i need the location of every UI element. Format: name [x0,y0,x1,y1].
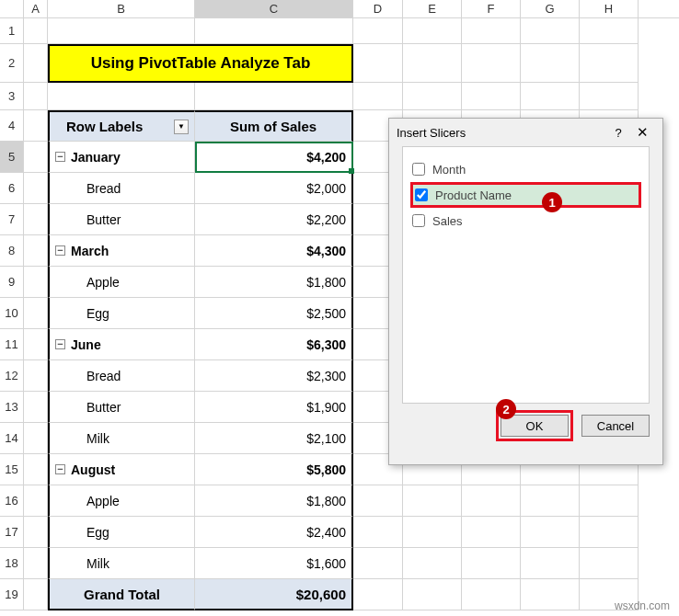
field-checkbox[interactable] [415,188,428,201]
pivot-item[interactable]: Bread [48,173,195,204]
collapse-icon[interactable]: − [55,464,65,474]
pivot-group-total[interactable]: $5,800 [195,454,353,485]
cell[interactable] [24,267,48,298]
pivot-group[interactable]: − January [48,142,195,173]
col-header-h[interactable]: H [580,0,639,17]
pivot-group-total[interactable]: $4,200 [195,142,353,173]
cell[interactable] [521,485,580,517]
pivot-group[interactable]: − August [48,454,195,485]
cell[interactable] [353,517,403,548]
pivot-item-value[interactable]: $2,200 [195,204,353,235]
field-checkbox[interactable] [412,163,425,176]
cell[interactable] [24,454,48,485]
cell[interactable] [24,18,48,44]
pivot-grandtotal-label[interactable]: Grand Total [48,579,195,610]
help-icon[interactable]: ? [607,126,629,140]
cell[interactable] [24,423,48,454]
row-header-13[interactable]: 13 [0,392,24,423]
pivot-item-value[interactable]: $1,600 [195,548,353,579]
cell[interactable] [521,517,580,548]
row-header-7[interactable]: 7 [0,204,24,235]
cell[interactable] [462,83,521,110]
cell[interactable] [24,392,48,423]
col-header-e[interactable]: E [403,0,462,17]
cell[interactable] [48,83,195,110]
cell[interactable] [462,485,521,517]
field-checkbox[interactable] [412,214,425,227]
row-header-15[interactable]: 15 [0,454,24,485]
row-header-12[interactable]: 12 [0,360,24,392]
cell[interactable] [24,548,48,579]
cell[interactable] [24,110,48,142]
pivot-header-rowlabels[interactable]: Row Labels ▼ [48,110,195,142]
cell[interactable] [462,548,521,579]
cell[interactable] [195,83,353,110]
cell[interactable] [521,44,580,83]
pivot-item-value[interactable]: $2,300 [195,360,353,392]
pivot-item[interactable]: Milk [48,423,195,454]
cell[interactable] [403,83,462,110]
cell[interactable] [521,18,580,44]
pivot-item[interactable]: Apple [48,485,195,517]
dialog-titlebar[interactable]: Insert Slicers ? ✕ [389,119,662,146]
col-header-a[interactable]: A [24,0,48,17]
col-header-b[interactable]: B [48,0,195,17]
col-header-g[interactable]: G [521,0,580,17]
cell[interactable] [580,485,639,517]
cell[interactable] [24,142,48,173]
cell[interactable] [403,485,462,517]
row-header-4[interactable]: 4 [0,110,24,142]
pivot-item-value[interactable]: $2,500 [195,298,353,329]
cell[interactable] [24,173,48,204]
cell[interactable] [521,83,580,110]
cell[interactable] [24,204,48,235]
field-item-product-name[interactable]: Product Name [410,182,641,208]
row-header-18[interactable]: 18 [0,548,24,579]
row-header-10[interactable]: 10 [0,298,24,329]
select-all-corner[interactable] [0,0,24,17]
col-header-f[interactable]: F [462,0,521,17]
cell[interactable] [24,517,48,548]
cell[interactable] [580,83,639,110]
cell[interactable] [403,18,462,44]
pivot-group[interactable]: − June [48,329,195,360]
pivot-item[interactable]: Apple [48,267,195,298]
pivot-group-total[interactable]: $6,300 [195,329,353,360]
pivot-grandtotal-value[interactable]: $20,600 [195,579,353,610]
row-header-11[interactable]: 11 [0,329,24,360]
cell[interactable] [353,44,403,83]
cell[interactable] [403,579,462,610]
collapse-icon[interactable]: − [55,339,65,349]
cell[interactable] [48,18,195,44]
pivot-item[interactable]: Milk [48,548,195,579]
pivot-group[interactable]: − March [48,235,195,267]
collapse-icon[interactable]: − [55,245,65,256]
pivot-group-total[interactable]: $4,300 [195,235,353,267]
cell[interactable] [353,579,403,610]
row-header-14[interactable]: 14 [0,423,24,454]
cell[interactable] [403,517,462,548]
cancel-button[interactable]: Cancel [581,415,650,437]
cell[interactable] [24,44,48,83]
pivot-item-value[interactable]: $1,800 [195,485,353,517]
cell[interactable] [462,517,521,548]
cell[interactable] [580,517,639,548]
cell[interactable] [580,44,639,83]
cell[interactable] [521,548,580,579]
pivot-item-value[interactable]: $1,800 [195,267,353,298]
cell[interactable] [24,485,48,517]
cell[interactable] [24,83,48,110]
row-header-9[interactable]: 9 [0,267,24,298]
row-header-5[interactable]: 5 [0,142,24,173]
pivot-item[interactable]: Bread [48,360,195,392]
collapse-icon[interactable]: − [55,152,65,162]
pivot-header-sumofsales[interactable]: Sum of Sales [195,110,353,142]
pivot-item[interactable]: Egg [48,298,195,329]
cell[interactable] [403,44,462,83]
pivot-item-value[interactable]: $2,100 [195,423,353,454]
pivot-item[interactable]: Butter [48,392,195,423]
col-header-d[interactable]: D [353,0,403,17]
pivot-item-value[interactable]: $2,000 [195,173,353,204]
cell[interactable] [353,83,403,110]
cell[interactable] [580,18,639,44]
